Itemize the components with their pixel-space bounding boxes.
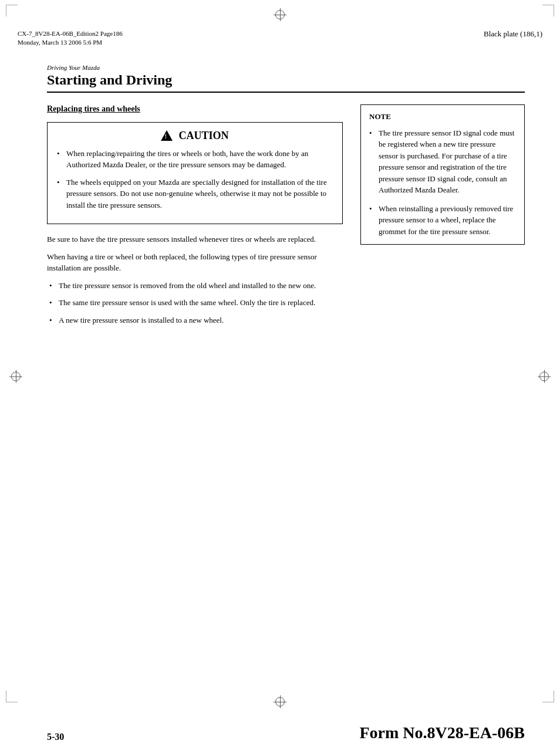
breadcrumb: Driving Your Mazda	[47, 64, 525, 71]
body-text-2: When having a tire or wheel or both repl…	[47, 251, 343, 274]
caution-item: The wheels equipped on your Mazda are sp…	[57, 177, 333, 211]
header-plate: Black plate (186,1)	[484, 29, 542, 39]
bullet-list: The tire pressure sensor is removed from…	[47, 280, 343, 326]
left-column: Replacing tires and wheels CAUTION When …	[47, 104, 343, 332]
page-title: Starting and Driving	[47, 72, 525, 88]
body-text-1: Be sure to have the tire pressure sensor…	[47, 234, 343, 245]
form-number: Form No.8V28-EA-06B	[359, 723, 525, 742]
note-box: NOTE The tire pressure sensor ID signal …	[360, 104, 525, 245]
header-left: CX-7_8V28-EA-06B_Edition2 Page186 Monday…	[18, 29, 123, 48]
corner-mark-br	[542, 691, 554, 702]
note-title: NOTE	[369, 112, 516, 121]
caution-box: CAUTION When replacing/repairing the tir…	[47, 122, 343, 225]
reg-mark-bottom	[275, 696, 285, 707]
reg-mark-right	[539, 371, 549, 383]
header-date: Monday, March 13 2006 5:6 PM	[18, 38, 123, 47]
corner-mark-tr	[542, 5, 554, 16]
caution-list: When replacing/repairing the tires or wh…	[57, 148, 333, 211]
subsection-heading: Replacing tires and wheels	[47, 104, 343, 114]
list-item: The tire pressure sensor is removed from…	[47, 280, 343, 292]
caution-item: When replacing/repairing the tires or wh…	[57, 148, 333, 171]
note-item: The tire pressure sensor ID signal code …	[369, 127, 516, 196]
list-item: The same tire pressure sensor is used wi…	[47, 297, 343, 309]
reg-mark-top	[275, 9, 285, 20]
reg-mark-left	[11, 371, 21, 383]
corner-mark-bl	[6, 691, 18, 702]
corner-mark-tl	[6, 5, 18, 16]
note-list: The tire pressure sensor ID signal code …	[369, 127, 516, 238]
note-item: When reinstalling a previously removed t…	[369, 203, 516, 238]
page-number: 5-30	[47, 732, 64, 742]
section-divider	[47, 92, 525, 93]
header-filename: CX-7_8V28-EA-06B_Edition2 Page186	[18, 29, 123, 38]
caution-label: CAUTION	[178, 130, 228, 142]
footer: 5-30 Form No.8V28-EA-06B	[0, 718, 560, 754]
warning-triangle-icon	[161, 130, 173, 141]
caution-title: CAUTION	[57, 130, 333, 142]
list-item: A new tire pressure sensor is installed …	[47, 315, 343, 326]
header: CX-7_8V28-EA-06B_Edition2 Page186 Monday…	[0, 22, 560, 52]
right-column: NOTE The tire pressure sensor ID signal …	[360, 104, 525, 245]
